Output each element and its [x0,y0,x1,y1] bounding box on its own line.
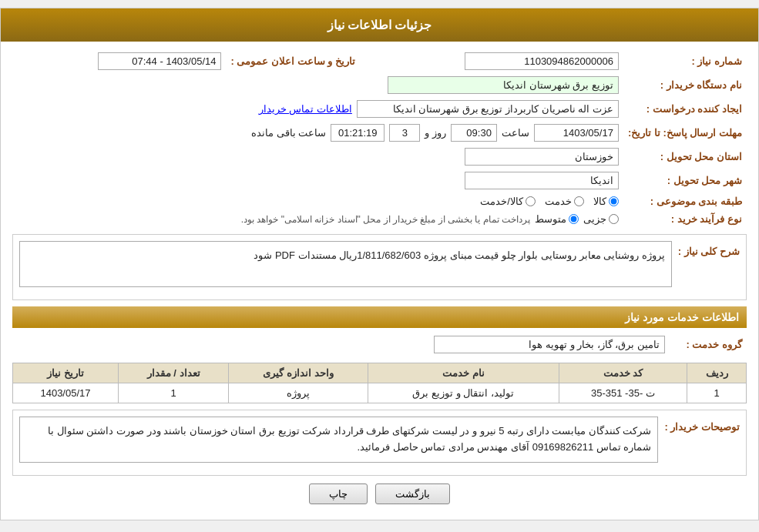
group-khedmat-input: تامین برق، گاز، بخار و تهویه هوا [434,336,665,353]
tawzih-section: توصیحات خریدار : شرکت کنندگان میابست دار… [12,410,747,476]
group-khedmat-table: گروه خدمت : تامین برق، گاز، بخار و تهویه… [12,333,747,356]
khadamat-section-title: اطلاعات خدمات مورد نیاز [12,306,747,328]
nam-dasgah-label: نام دستگاه خریدار : [623,73,747,97]
col-name: نام خدمت [368,363,559,383]
page-header: جزئیات اطلاعات نیاز [1,8,758,42]
col-radif: ردیف [687,363,747,383]
ostan-label: استان محل تحویل : [623,145,747,169]
tawzih-content: شرکت کنندگان میابست دارای رتبه 5 نیرو و … [19,417,658,463]
radio-kala-label: کالا [593,196,606,207]
radio-kala: کالا [593,196,619,207]
radio-motavasset-label: متوسط [535,213,566,225]
col-kod: کد خدمت [559,363,687,383]
radio-jozii: جزیی [583,213,619,225]
radio-khedmat-label: خدمت [545,196,572,207]
info-table: شماره نیاز : 1103094862000006 تاریخ و سا… [12,49,747,228]
radio-khedmat-input[interactable] [574,196,584,206]
shomare-niaz-input: 1103094862000006 [465,52,619,70]
col-vahed: واحد اندازه گیری [229,363,368,383]
shahr-label: شهر محل تحویل : [623,169,747,192]
chap-button[interactable]: چاپ [309,483,368,504]
shahr-value: اندیکا [12,169,623,192]
sharh-kolli-text: پروژه روشنایی معابر روستایی بلوار چلو قی… [19,241,672,287]
radio-motavasset-input[interactable] [569,214,579,224]
cell-vahed: پروژه [229,383,368,403]
radio-jozii-label: جزیی [583,213,606,225]
services-table: ردیف کد خدمت نام خدمت واحد اندازه گیری ت… [12,363,747,403]
mohlat-remaining-label: ساعت باقی مانده [251,127,326,139]
cell-tedad: 1 [119,383,229,403]
cell-tarikh: 1403/05/17 [13,383,119,403]
sharh-kolli-content: پروژه روشنایی معابر روستایی بلوار چلو قی… [19,241,672,287]
nam-dasgah-value: توزیع برق شهرستان اندیکا [12,73,623,97]
ostan-input: خوزستان [465,148,619,166]
radio-kala-input[interactable] [609,196,619,206]
etelaat-tamas-link[interactable]: اطلاعات تماس خریدار [259,103,352,115]
tarikh-label: تاریخ و ساعت اعلان عمومی : [226,49,359,73]
mohlat-roz-label: روز و [425,127,446,139]
nam-dasgah-input: توزیع برق شهرستان اندیکا [388,76,619,94]
shomare-niaz-value: 1103094862000006 [360,49,623,73]
group-khedmat-value: تامین برق، گاز، بخار و تهویه هوا [12,333,670,356]
mohlat-label: مهلت ارسال پاسخ: تا تاریخ: [623,121,747,145]
noe-description: پرداخت تمام یا بخشی از مبلغ خریدار از مح… [241,214,530,225]
table-row: 1 ت -35- 351-35 تولید، انتقال و توزیع بر… [13,383,747,403]
tawzih-label: توصیحات خریدار : [664,417,740,433]
mohlat-saat-input: 09:30 [451,124,497,142]
tarikh-value: 1403/05/14 - 07:44 [12,49,226,73]
group-khedmat-label: گروه خدمت : [670,333,747,356]
radio-kala-khedmat-label: کالا/خدمت [480,196,523,207]
buttons-row: بازگشت چاپ [12,483,747,504]
content-area: شماره نیاز : 1103094862000006 تاریخ و سا… [1,42,758,520]
noe-farayand-label: نوع فرآیند خرید : [623,210,747,228]
mohlat-remaining-input: 01:21:19 [331,124,385,142]
shomare-niaz-label: شماره نیاز : [623,49,747,73]
radio-kala-khedmat-input[interactable] [526,196,536,206]
radio-motavasset: متوسط [535,213,579,225]
radio-kala-khedmat: کالا/خدمت [480,196,536,207]
mohlat-roz-input: 3 [389,124,420,142]
cell-name: تولید، انتقال و توزیع برق [368,383,559,403]
sharh-kolli-section: شرح کلی نیاز : پروژه روشنایی معابر روستا… [12,234,747,300]
ijad-konande-label: ایجاد کننده درخواست : [623,97,747,121]
ijad-konande-input: عزت اله ناصریان کاربرداز توزیع برق شهرست… [357,100,619,118]
page-title: جزئیات اطلاعات نیاز [327,18,432,32]
noe-farayand-value: جزیی متوسط پرداخت تمام یا بخشی از مبلغ خ… [12,210,623,228]
col-tarikh: تاریخ نیاز [13,363,119,383]
page-wrapper: جزئیات اطلاعات نیاز شماره نیاز : 1103094… [0,8,759,520]
bazgasht-button[interactable]: بازگشت [375,483,450,504]
tabaqe-label: طبقه بندی موضوعی : [623,192,747,210]
tawzih-text: شرکت کنندگان میابست دارای رتبه 5 نیرو و … [19,417,658,463]
mohlat-saat-label: ساعت [502,127,529,139]
tabaqe-radios: کالا خدمت کالا/خدمت [12,192,623,210]
mohlat-value: 1403/05/17 ساعت 09:30 روز و 3 01:21:19 س… [12,121,623,145]
radio-khedmat: خدمت [545,196,584,207]
mohlat-date-input: 1403/05/17 [534,124,619,142]
sharh-kolli-label: شرح کلی نیاز : [678,241,740,257]
radio-jozii-input[interactable] [609,214,619,224]
col-tedad: تعداد / مقدار [119,363,229,383]
cell-kod: ت -35- 351-35 [559,383,687,403]
ostan-value: خوزستان [12,145,623,169]
tarikh-input: 1403/05/14 - 07:44 [98,52,221,70]
cell-radif: 1 [687,383,747,403]
ijad-konande-value: عزت اله ناصریان کاربرداز توزیع برق شهرست… [12,97,623,121]
shahr-input: اندیکا [465,172,619,189]
